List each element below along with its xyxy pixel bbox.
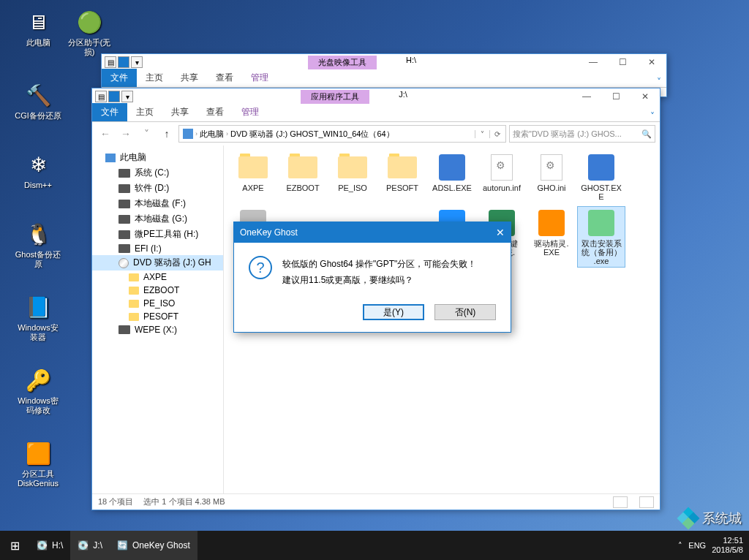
address-bar[interactable]: › 此电脑 › DVD 驱动器 (J:) GHOST_WIN10_64位（64）… xyxy=(178,125,506,143)
start-button[interactable]: ⊞ xyxy=(0,531,29,560)
sidebar-item[interactable]: AXPE xyxy=(92,270,223,284)
desktop-icon[interactable]: ❄Dism++ xyxy=(15,150,61,190)
close-button[interactable]: ✕ xyxy=(637,54,666,70)
maximize-button[interactable]: ☐ xyxy=(608,54,637,70)
ribbon-tab-view[interactable]: 查看 xyxy=(207,69,242,87)
file-item[interactable]: PE_ISO xyxy=(329,151,376,203)
file-item[interactable]: AXPE xyxy=(230,151,276,203)
ribbon-tab-share[interactable]: 共享 xyxy=(172,69,207,87)
sidebar-item[interactable]: 软件 (D:) xyxy=(92,181,223,196)
sidebar-item[interactable]: EZBOOT xyxy=(92,284,223,297)
icon-label: Windows安装器 xyxy=(15,323,61,342)
titlebar[interactable]: ▤ ▾ 应用程序工具 J:\ — ☐ ✕ xyxy=(92,88,660,105)
sidebar-item[interactable]: EFI (I:) xyxy=(92,242,223,255)
clock[interactable]: 12:51 2018/5/8 xyxy=(712,536,743,555)
app-icon: 🟢 xyxy=(75,7,104,37)
file-item[interactable]: autorun.inf xyxy=(478,151,525,203)
ribbon-tab-home[interactable]: 主页 xyxy=(137,69,172,87)
qat-icon[interactable]: ▾ xyxy=(121,91,133,102)
search-input[interactable]: 搜索"DVD 驱动器 (J:) GHOS... 🔍 xyxy=(509,125,655,143)
titlebar[interactable]: ▤ ▾ 光盘映像工具 H:\ — ☐ ✕ xyxy=(102,54,666,70)
maximize-button[interactable]: ☐ xyxy=(601,88,631,105)
sidebar-item[interactable]: 系统 (C:) xyxy=(92,165,223,181)
ribbon: 文件 主页 共享 查看 管理 ˅ xyxy=(92,105,660,122)
dialog-titlebar[interactable]: OneKey Ghost ✕ xyxy=(234,222,511,243)
sidebar-item[interactable]: WEPE (X:) xyxy=(92,323,223,336)
question-icon: ? xyxy=(249,256,272,279)
quick-access-toolbar: ▤ ▾ xyxy=(102,56,146,68)
dialog-message: 较低版的 Ghost64 操作"GPT"分区，可能会失败！ 建议用11.5或更高… xyxy=(282,256,476,288)
minimize-button[interactable]: — xyxy=(572,88,601,105)
refresh-icon[interactable]: ⟳ xyxy=(489,130,504,138)
dialog-close-button[interactable]: ✕ xyxy=(496,227,505,238)
sidebar-label: DVD 驱动器 (J:) GH xyxy=(133,257,211,269)
watermark: 系统城 xyxy=(679,509,742,528)
nav-forward-button[interactable]: → xyxy=(117,125,135,143)
drive-icon xyxy=(118,215,130,224)
breadcrumb-seg[interactable]: 此电脑 xyxy=(197,129,226,140)
sidebar-item[interactable]: DVD 驱动器 (J:) GH xyxy=(92,255,223,270)
sidebar-item[interactable]: 本地磁盘 (G:) xyxy=(92,211,223,227)
ribbon-tab-file[interactable]: 文件 xyxy=(102,69,137,87)
sidebar-label: 本地磁盘 (F:) xyxy=(135,197,186,210)
view-icons-button[interactable] xyxy=(639,496,654,508)
close-button[interactable]: ✕ xyxy=(631,88,660,105)
status-bar: 18 个项目 选中 1 个项目 4.38 MB xyxy=(92,493,660,510)
breadcrumb-seg[interactable]: DVD 驱动器 (J:) GHOST_WIN10_64位（64） xyxy=(228,129,396,140)
file-item[interactable]: GHOST.EXE xyxy=(578,151,625,203)
desktop-icon[interactable]: 🔨CGI备份还原 xyxy=(15,80,61,121)
exe-icon xyxy=(439,154,465,181)
desktop-icon[interactable]: 🖥此电脑 xyxy=(15,7,61,48)
nav-back-button[interactable]: ← xyxy=(97,125,114,143)
ribbon-tab-view[interactable]: 查看 xyxy=(197,103,233,121)
view-details-button[interactable] xyxy=(613,496,628,508)
no-button[interactable]: 否(N) xyxy=(434,304,496,320)
file-item[interactable]: PESOFT xyxy=(379,151,426,203)
sidebar-item[interactable]: 微PE工具箱 (H:) xyxy=(92,227,223,242)
ribbon-tab-share[interactable]: 共享 xyxy=(162,103,197,121)
taskbar-item[interactable]: 💽H:\ xyxy=(29,531,70,560)
desktop-icon[interactable]: 📘Windows安装器 xyxy=(15,292,61,342)
sidebar-item[interactable]: 此电脑 xyxy=(92,150,223,165)
yes-button[interactable]: 是(Y) xyxy=(363,304,424,320)
sidebar-item[interactable]: PESOFT xyxy=(92,310,223,323)
drive-icon xyxy=(118,230,130,239)
window-title: H:\ xyxy=(406,56,416,69)
file-item[interactable]: EZBOOT xyxy=(279,151,326,203)
ribbon-tab-manage[interactable]: 管理 xyxy=(242,69,277,87)
sidebar-label: 此电脑 xyxy=(120,151,146,164)
ime-indicator[interactable]: ENG xyxy=(688,541,706,550)
folder-icon xyxy=(238,156,268,178)
file-item[interactable]: 双击安装系统（备用）.exe xyxy=(578,207,625,267)
qat-icon[interactable] xyxy=(108,91,120,102)
taskbar-item[interactable]: 💽J:\ xyxy=(70,531,110,560)
tray-chevron-icon[interactable]: ˄ xyxy=(678,541,682,550)
ribbon-help-icon[interactable]: ˅ xyxy=(645,111,660,121)
icon-label: Windows密码修改 xyxy=(15,396,61,415)
file-name: GHO.ini xyxy=(530,183,573,192)
sidebar-item[interactable]: 本地磁盘 (F:) xyxy=(92,196,223,211)
ribbon-tab-home[interactable]: 主页 xyxy=(127,103,162,121)
desktop-icon[interactable]: 🟧分区工具DiskGenius xyxy=(15,439,61,488)
system-tray[interactable]: ˄ ENG 12:51 2018/5/8 xyxy=(672,536,749,555)
context-tab: 应用程序工具 xyxy=(301,90,369,104)
minimize-button[interactable]: — xyxy=(579,54,608,70)
desktop-icon[interactable]: 🔑Windows密码修改 xyxy=(15,366,61,415)
qat-icon[interactable] xyxy=(118,56,129,68)
sidebar-item[interactable]: PE_ISO xyxy=(92,297,223,310)
ribbon-help-icon[interactable]: ˅ xyxy=(652,77,666,87)
file-item[interactable]: GHO.ini xyxy=(528,151,575,203)
addr-dropdown-icon[interactable]: ˅ xyxy=(475,130,489,138)
ribbon-tab-file[interactable]: 文件 xyxy=(92,103,127,121)
nav-up-button[interactable]: ↑ xyxy=(158,125,176,143)
ribbon-tab-manage[interactable]: 管理 xyxy=(233,103,268,121)
qat-icon[interactable]: ▤ xyxy=(95,91,107,102)
nav-history-button[interactable]: ˅ xyxy=(138,125,155,143)
desktop-icon[interactable]: 🟢分区助手(无损) xyxy=(66,7,113,57)
qat-icon[interactable]: ▾ xyxy=(131,56,143,68)
qat-icon[interactable]: ▤ xyxy=(105,56,116,68)
file-item[interactable]: 驱动精灵.EXE xyxy=(528,207,575,267)
file-item[interactable]: ADSL.EXE xyxy=(429,151,475,203)
desktop-icon[interactable]: 🐧Ghost备份还原 xyxy=(15,219,61,269)
taskbar-item[interactable]: 🔄OneKey Ghost xyxy=(110,531,197,560)
